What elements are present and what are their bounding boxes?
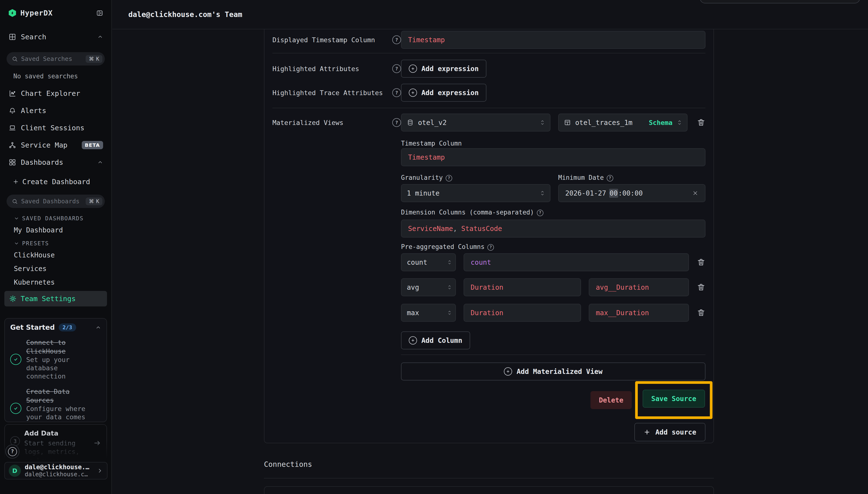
sidebar-item-kubernetes[interactable]: Kubernetes: [0, 278, 111, 286]
add-expression-button[interactable]: Add expression: [401, 84, 486, 102]
get-started-step-connect[interactable]: Connect to ClickHouse Set up your databa…: [10, 338, 101, 380]
preagg-columns-label: Pre-aggregated Columns?: [401, 243, 706, 251]
agg-alias-input[interactable]: avg__Duration: [589, 278, 689, 296]
sidebar-item-label: Chart Explorer: [21, 89, 80, 97]
dashboards-icon: [9, 159, 16, 166]
highlight-annotation-box: Save Source: [635, 381, 713, 419]
step-title: Connect to ClickHouse: [26, 338, 92, 356]
help-icon[interactable]: ?: [487, 244, 494, 251]
step-desc: Set up your database connection: [26, 356, 97, 380]
agg-expression-input[interactable]: count: [464, 253, 689, 271]
keyboard-shortcut: ⌘ K: [85, 197, 102, 205]
page-header: dale@clickhouse.com's Team: [112, 0, 868, 30]
saved-dashboards-section-toggle[interactable]: SAVED DASHBOARDS: [0, 215, 111, 222]
sidebar-item-team-settings[interactable]: Team Settings: [4, 291, 107, 306]
granularity-label: Granularity?: [401, 173, 551, 182]
connections-panel-partial: [264, 486, 714, 494]
divider: [272, 108, 706, 108]
saved-dashboards-input[interactable]: [21, 198, 82, 205]
help-button[interactable]: ?: [5, 444, 19, 459]
connections-heading: Connections: [264, 460, 312, 469]
delete-source-button[interactable]: Delete: [591, 391, 632, 409]
sidebar-item-label: Dashboards: [21, 158, 63, 167]
sidebar-item-services[interactable]: Services: [0, 265, 111, 273]
sidebar-item-label: Alerts: [21, 107, 46, 115]
displayed-timestamp-input[interactable]: Timestamp: [401, 31, 706, 49]
time-hours-selected[interactable]: 00: [609, 189, 618, 198]
saved-searches-input[interactable]: [21, 55, 82, 62]
agg-alias-input[interactable]: max__Duration: [589, 304, 689, 322]
add-data-card[interactable]: 3 Add Data Start sending logs, metrics, …: [4, 424, 107, 460]
mv-table-select[interactable]: otel_traces_1m Schema: [558, 114, 688, 132]
mv-database-select[interactable]: otel_v2: [401, 114, 551, 132]
help-icon[interactable]: ?: [446, 175, 452, 182]
form-row-materialized-views: Materialized Views ? otel_v2: [265, 114, 713, 380]
sidebar: HyperDX Search ⌘ K No saved searches Cha…: [0, 0, 112, 494]
field-label: Displayed Timestamp Column: [272, 36, 375, 44]
schema-link[interactable]: Schema: [649, 119, 673, 127]
source-settings-panel: Displayed Timestamp Column ? Timestamp H…: [264, 30, 714, 443]
delete-materialized-view-button[interactable]: [697, 118, 706, 127]
field-label: Materialized Views: [272, 119, 344, 127]
delete-column-button[interactable]: [697, 283, 706, 292]
service-map-icon: [9, 141, 16, 149]
granularity-select[interactable]: 1 minute: [401, 184, 551, 202]
sidebar-item-my-dashboard[interactable]: My Dashboard: [0, 226, 111, 234]
check-circle-icon: [10, 354, 21, 365]
agg-function-select[interactable]: count: [401, 253, 456, 271]
search-icon: [12, 56, 18, 62]
sidebar-item-dashboards[interactable]: Dashboards: [0, 157, 111, 168]
create-dashboard-label: Create Dashboard: [22, 177, 90, 186]
laptop-icon: [9, 124, 16, 132]
dimension-columns-label: Dimension Columns (comma-separated)?: [401, 208, 706, 216]
add-column-button[interactable]: Add Column: [401, 331, 470, 349]
sidebar-collapse-icon[interactable]: [96, 10, 103, 17]
chevron-up-icon[interactable]: [97, 159, 103, 165]
preagg-row: count count: [401, 253, 706, 271]
minimum-date-label: Minimum Date?: [558, 173, 706, 182]
sidebar-item-chart-explorer[interactable]: Chart Explorer: [0, 88, 111, 99]
agg-function-select[interactable]: avg: [401, 278, 456, 296]
chevron-up-icon[interactable]: [95, 325, 101, 330]
select-chevrons-icon: [447, 310, 452, 316]
sidebar-item-label: Search: [21, 33, 46, 41]
select-chevrons-icon: [540, 119, 545, 126]
presets-section-toggle[interactable]: PRESETS: [0, 240, 111, 247]
sidebar-item-clickhouse[interactable]: ClickHouse: [0, 251, 111, 259]
add-source-button[interactable]: Add source: [634, 423, 706, 441]
help-icon[interactable]: ?: [607, 175, 613, 182]
database-icon: [407, 119, 413, 126]
sidebar-item-search[interactable]: Search: [0, 32, 111, 42]
delete-column-button[interactable]: [697, 258, 706, 267]
minimum-date-input[interactable]: 2026-01-27 00 :00:00: [558, 184, 706, 202]
clear-date-icon[interactable]: [692, 190, 698, 196]
help-icon[interactable]: ?: [392, 88, 401, 97]
help-icon[interactable]: ?: [392, 64, 401, 73]
add-materialized-view-button[interactable]: Add Materialized View: [401, 362, 706, 380]
agg-function-select[interactable]: max: [401, 304, 456, 322]
field-label: Highlighted Attributes: [272, 65, 359, 73]
create-dashboard-button[interactable]: Create Dashboard: [0, 176, 111, 187]
add-source-row: Add source: [265, 423, 713, 441]
agg-expression-input[interactable]: Duration: [464, 304, 581, 322]
help-icon[interactable]: ?: [392, 35, 401, 44]
get-started-step-sources[interactable]: Create Data Sources Configure where your…: [10, 387, 101, 422]
help-icon[interactable]: ?: [537, 210, 543, 216]
save-source-button[interactable]: Save Source: [643, 390, 705, 407]
plus-circle-icon: [409, 336, 417, 344]
form-row-highlighted-attributes: Highlighted Attributes ? Add expression: [265, 60, 713, 78]
help-icon[interactable]: ?: [392, 118, 401, 127]
get-started-title: Get Started: [10, 323, 55, 331]
sidebar-item-client-sessions[interactable]: Client Sessions: [0, 122, 111, 133]
step-title: Create Data Sources: [26, 387, 92, 405]
mv-timestamp-column-input[interactable]: Timestamp: [401, 148, 706, 166]
agg-expression-input[interactable]: Duration: [464, 278, 581, 296]
add-expression-button[interactable]: Add expression: [401, 60, 486, 78]
dimension-columns-input[interactable]: ServiceName, StatusCode: [401, 220, 706, 238]
sidebar-item-service-map[interactable]: Service Map BETA: [0, 140, 111, 150]
user-menu[interactable]: D dale@clickhouse.… dale@clickhouse.c…: [4, 462, 108, 479]
preagg-row: max Duration max__Duration: [401, 304, 706, 322]
chevron-up-icon[interactable]: [97, 34, 103, 40]
sidebar-item-alerts[interactable]: Alerts: [0, 105, 111, 116]
delete-column-button[interactable]: [697, 308, 706, 317]
